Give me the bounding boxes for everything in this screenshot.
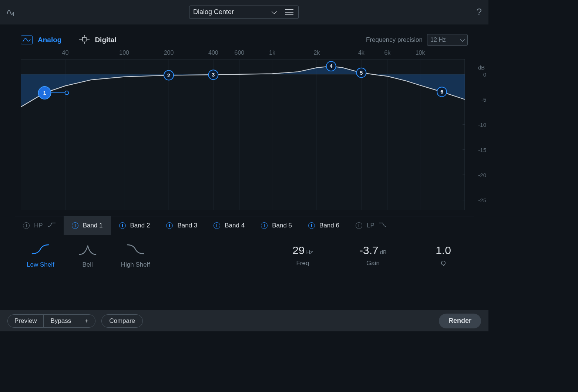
freq-tick-label: 4k <box>358 50 364 56</box>
preset-name: Dialog Center <box>193 8 234 16</box>
freq-tick-label: 100 <box>119 50 129 56</box>
freq-tick-label: 200 <box>164 50 174 56</box>
gain-readout[interactable]: -3.7dB Gain <box>354 244 392 267</box>
freq-tick-label: 2k <box>314 50 320 56</box>
freq-tick-label: 6k <box>384 50 390 56</box>
band-power-toggle[interactable] <box>119 222 126 229</box>
param-readouts: 29Hz Freq -3.7dB Gain 1.0 Q <box>284 244 462 267</box>
shape-low-shelf[interactable]: Low Shelf <box>27 244 54 268</box>
db-tick-label: -20 <box>478 172 486 178</box>
band-tab-lp[interactable]: LP <box>347 216 395 235</box>
header-bar: Dialog Center ? <box>0 0 488 24</box>
q-readout[interactable]: 1.0 Q <box>425 244 462 267</box>
mode-analog-button[interactable]: Analog <box>21 36 61 44</box>
db-tick-label: -15 <box>478 146 486 153</box>
help-button[interactable]: ? <box>468 6 482 18</box>
band-tab-b2[interactable]: Band 2 <box>111 216 158 235</box>
band-power-toggle[interactable] <box>308 222 315 229</box>
db-tick-label: -5 <box>481 96 486 102</box>
shape-bell[interactable]: Bell <box>79 244 97 268</box>
band-tab-label: HP <box>34 222 43 229</box>
high-shelf-icon <box>127 244 144 256</box>
svg-point-21 <box>65 91 69 95</box>
footer-bar: Preview Bypass + Compare Render <box>0 310 488 331</box>
freq-readout[interactable]: 29Hz Freq <box>284 244 321 267</box>
chevron-down-icon <box>460 37 465 42</box>
highpass-icon <box>47 222 56 229</box>
svg-text:4: 4 <box>330 63 333 69</box>
band-tab-b1[interactable]: Band 1 <box>64 216 111 235</box>
eq-chart[interactable]: 123456 dB 0-5-10-15-20-25 <box>21 59 468 210</box>
svg-rect-2 <box>21 59 465 210</box>
preset-select[interactable]: Dialog Center <box>189 6 280 19</box>
freq-tick-label: 10k <box>416 50 425 56</box>
svg-rect-1 <box>83 37 86 41</box>
band-power-toggle[interactable] <box>166 222 173 229</box>
app-logo-icon <box>7 7 19 17</box>
svg-point-0 <box>7 12 8 14</box>
mode-digital-button[interactable]: Digital <box>79 35 116 45</box>
mode-row: Analog Digital Frequency precision 12 Hz <box>0 24 488 46</box>
menu-button[interactable] <box>280 6 299 19</box>
band-power-toggle[interactable] <box>261 222 268 229</box>
freq-precision-label: Frequency precision <box>366 36 423 44</box>
db-unit-label: dB <box>478 64 485 71</box>
preview-button[interactable]: Preview <box>8 315 44 327</box>
band-tab-label: Band 3 <box>177 222 197 229</box>
bypass-button[interactable]: Bypass <box>44 315 78 327</box>
db-tick-label: -25 <box>478 197 486 203</box>
band-tabs: HPBand 1Band 2Band 3Band 4Band 5Band 6LP <box>15 216 474 235</box>
eq-curve-svg[interactable]: 123456 <box>21 59 465 210</box>
freq-tick-label: 600 <box>234 50 244 56</box>
band-tab-label: Band 2 <box>130 222 150 229</box>
band-tab-b3[interactable]: Band 3 <box>158 216 205 235</box>
freq-precision-select[interactable]: 12 Hz <box>427 34 468 46</box>
band-tab-label: LP <box>367 222 374 229</box>
chevron-down-icon <box>272 9 277 14</box>
db-tick-label: -10 <box>478 121 486 128</box>
band-power-toggle[interactable] <box>214 222 220 229</box>
band-tab-hp[interactable]: HP <box>15 216 64 235</box>
preview-bypass-group: Preview Bypass + <box>7 314 95 328</box>
band-tab-b6[interactable]: Band 6 <box>300 216 347 235</box>
band-tab-label: Band 5 <box>272 222 292 229</box>
freq-tick-label: 40 <box>62 50 69 56</box>
freq-tick-label: 1k <box>269 50 275 56</box>
svg-text:5: 5 <box>360 70 363 76</box>
compare-button[interactable]: Compare <box>101 314 143 328</box>
bell-icon <box>79 244 97 256</box>
render-button[interactable]: Render <box>439 314 481 328</box>
hamburger-icon <box>285 9 293 15</box>
add-button[interactable]: + <box>78 315 95 327</box>
lowpass-icon <box>379 222 387 229</box>
eq-plugin-window: Dialog Center ? Analog Digital Frequ <box>0 0 488 331</box>
band-tab-label: Band 4 <box>225 222 245 229</box>
digital-icon <box>79 35 90 45</box>
band-tab-label: Band 6 <box>319 222 339 229</box>
band-tab-b4[interactable]: Band 4 <box>205 216 253 235</box>
svg-text:3: 3 <box>212 72 215 78</box>
band-power-toggle[interactable] <box>356 222 362 229</box>
svg-text:1: 1 <box>43 90 46 96</box>
freq-tick-label: 400 <box>208 50 218 56</box>
freq-axis-ticks: 401002004006001k2k4k6k10k <box>21 46 465 59</box>
svg-text:6: 6 <box>440 89 443 95</box>
freq-precision-control: Frequency precision 12 Hz <box>366 34 468 46</box>
shape-high-shelf[interactable]: High Shelf <box>121 244 150 268</box>
svg-text:2: 2 <box>167 72 170 78</box>
filter-shape-group: Low Shelf Bell High Shelf <box>27 244 150 268</box>
eq-chart-zone: 401002004006001k2k4k6k10k 123456 dB 0-5-… <box>0 46 488 210</box>
db-tick-label: 0 <box>483 71 486 77</box>
filter-params-row: Low Shelf Bell High Shelf 29Hz Freq -3.7… <box>0 235 488 268</box>
band-tab-b5[interactable]: Band 5 <box>253 216 300 235</box>
band-power-toggle[interactable] <box>23 222 30 229</box>
analog-icon <box>21 36 33 44</box>
low-shelf-icon <box>31 244 49 256</box>
band-tab-label: Band 1 <box>83 222 103 229</box>
band-power-toggle[interactable] <box>72 222 78 229</box>
